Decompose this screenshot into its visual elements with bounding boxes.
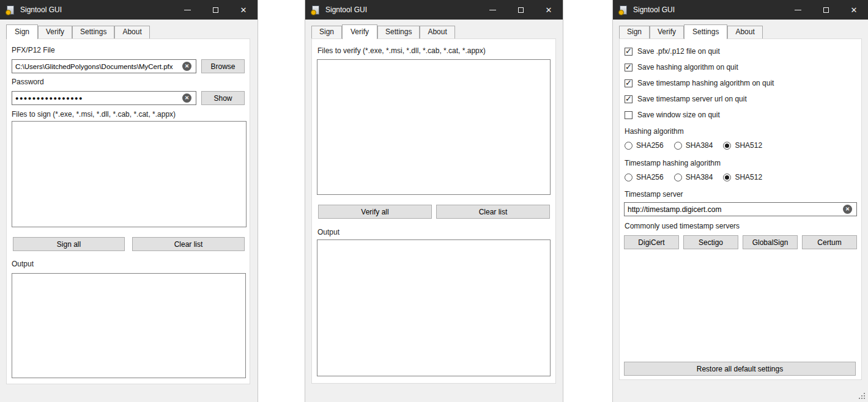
radio-circle[interactable] xyxy=(723,174,731,181)
pfx-file-label: PFX/P12 File xyxy=(12,46,55,54)
radio-ts-sha256[interactable]: SHA256 xyxy=(625,173,664,181)
files-to-verify-label: Files to verify (*.exe, *.msi, *.dll, *.… xyxy=(317,46,486,55)
digicert-button[interactable]: DigiCert xyxy=(624,235,679,249)
output-label: Output xyxy=(317,228,339,236)
radio-ts-sha384[interactable]: SHA384 xyxy=(674,173,713,181)
clear-pfx-icon[interactable]: ✕ xyxy=(182,62,191,71)
timestamp-hashing-radio-group: SHA256 SHA384 SHA512 xyxy=(625,172,762,182)
globalsign-button[interactable]: GlobalSign xyxy=(743,235,798,249)
maximize-button[interactable] xyxy=(812,0,840,20)
titlebar[interactable]: Signtool GUI ✕ xyxy=(0,0,258,20)
show-password-button[interactable]: Show xyxy=(201,91,245,105)
files-to-verify-listbox[interactable] xyxy=(317,59,551,195)
checkbox-save-hashing-on-quit[interactable]: Save hashing algorithm on quit xyxy=(625,62,738,72)
titlebar[interactable]: Signtool GUI ✕ xyxy=(613,0,868,20)
app-icon xyxy=(7,5,14,15)
minimize-button[interactable] xyxy=(784,0,812,20)
minimize-icon xyxy=(184,10,191,10)
hashing-algorithm-label: Hashing algorithm xyxy=(625,127,684,136)
clear-password-icon[interactable]: ✕ xyxy=(182,93,191,103)
verify-all-button[interactable]: Verify all xyxy=(318,205,432,219)
tab-settings[interactable]: Settings xyxy=(684,24,727,39)
checkbox-box[interactable] xyxy=(625,79,632,87)
password-label: Password xyxy=(12,78,44,86)
checkbox-label: Save hashing algorithm on quit xyxy=(637,63,738,71)
tab-page-sign: PFX/P12 File ✕ Browse Password ✕ Show Fi… xyxy=(6,38,250,384)
radio-circle[interactable] xyxy=(625,174,632,181)
radio-sha256[interactable]: SHA256 xyxy=(625,141,664,150)
radio-circle[interactable] xyxy=(674,142,682,150)
resize-grip[interactable] xyxy=(859,393,866,400)
window-settings: Signtool GUI ✕ Sign Verify Settings Abou… xyxy=(613,0,868,402)
restore-defaults-button[interactable]: Restore all default settings xyxy=(624,362,856,376)
maximize-icon xyxy=(823,7,829,13)
checkbox-box[interactable] xyxy=(625,48,632,56)
checkbox-save-ts-server-on-quit[interactable]: Save timestamp server url on quit xyxy=(625,94,747,104)
radio-sha512[interactable]: SHA512 xyxy=(723,141,762,150)
pfx-file-input[interactable] xyxy=(12,59,196,73)
browse-button[interactable]: Browse xyxy=(201,59,245,73)
close-button[interactable]: ✕ xyxy=(840,0,868,20)
close-button[interactable]: ✕ xyxy=(535,0,563,20)
sectigo-button[interactable]: Sectigo xyxy=(683,235,738,249)
minimize-icon xyxy=(489,10,496,10)
checkbox-label: Save .pfx/.p12 file on quit xyxy=(637,47,720,56)
close-icon: ✕ xyxy=(546,6,552,14)
tab-verify[interactable]: Verify xyxy=(650,26,684,38)
tab-about[interactable]: About xyxy=(420,26,454,38)
minimize-button[interactable] xyxy=(173,0,201,20)
tab-page-settings: Save .pfx/.p12 file on quit Save hashing… xyxy=(619,38,862,380)
clear-list-button[interactable]: Clear list xyxy=(436,205,550,219)
maximize-button[interactable] xyxy=(506,0,535,20)
window-title: Signtool GUI xyxy=(325,5,367,14)
clear-timestamp-server-icon[interactable]: ✕ xyxy=(843,205,852,214)
checkbox-box[interactable] xyxy=(625,64,632,71)
maximize-button[interactable] xyxy=(201,0,229,20)
checkbox-label: Save window size on quit xyxy=(637,111,720,119)
password-input[interactable] xyxy=(12,91,196,105)
app-icon xyxy=(312,5,319,15)
certum-button[interactable]: Certum xyxy=(802,235,857,249)
radio-circle[interactable] xyxy=(625,142,632,150)
app-icon xyxy=(620,5,627,15)
close-button[interactable]: ✕ xyxy=(229,0,258,20)
radio-ts-sha512[interactable]: SHA512 xyxy=(723,173,762,181)
tab-sign[interactable]: Sign xyxy=(311,26,342,38)
maximize-icon xyxy=(518,7,524,13)
tab-sign[interactable]: Sign xyxy=(6,24,38,39)
output-textarea[interactable] xyxy=(317,239,551,376)
tab-settings[interactable]: Settings xyxy=(377,26,420,38)
timestamp-server-input[interactable] xyxy=(624,202,857,216)
checkbox-box[interactable] xyxy=(625,111,632,119)
radio-circle[interactable] xyxy=(723,142,731,150)
checkbox-save-pfx-on-quit[interactable]: Save .pfx/.p12 file on quit xyxy=(625,46,720,56)
window-title: Signtool GUI xyxy=(20,5,62,14)
timestamp-hashing-algorithm-label: Timestamp hashing algorithm xyxy=(625,159,721,167)
close-icon: ✕ xyxy=(851,6,858,14)
output-textarea[interactable] xyxy=(12,273,246,378)
output-label: Output xyxy=(12,260,34,268)
minimize-button[interactable] xyxy=(478,0,506,20)
files-to-sign-label: Files to sign (*.exe, *.msi, *.dll, *.ca… xyxy=(12,110,176,119)
tab-verify[interactable]: Verify xyxy=(342,24,377,39)
window-sign: Signtool GUI ✕ Sign Verify Settings Abou… xyxy=(0,0,258,402)
tab-verify[interactable]: Verify xyxy=(38,26,72,38)
tab-about[interactable]: About xyxy=(114,26,149,38)
radio-sha384[interactable]: SHA384 xyxy=(674,141,713,150)
tab-settings[interactable]: Settings xyxy=(72,26,114,38)
checkbox-save-window-size-on-quit[interactable]: Save window size on quit xyxy=(625,110,720,120)
tab-strip: Sign Verify Settings About xyxy=(311,25,557,38)
radio-circle[interactable] xyxy=(674,174,682,181)
checkbox-label: Save timestamp hashing algorithm on quit xyxy=(637,79,774,87)
tab-about[interactable]: About xyxy=(727,26,762,38)
caption-buttons: ✕ xyxy=(173,0,258,20)
sign-all-button[interactable]: Sign all xyxy=(13,237,125,251)
clear-list-button[interactable]: Clear list xyxy=(132,237,245,251)
checkbox-box[interactable] xyxy=(625,95,632,103)
hashing-algorithm-radio-group: SHA256 SHA384 SHA512 xyxy=(625,141,762,150)
tab-strip: Sign Verify Settings About xyxy=(6,25,251,38)
titlebar[interactable]: Signtool GUI ✕ xyxy=(305,0,563,20)
files-to-sign-listbox[interactable] xyxy=(12,121,247,227)
checkbox-save-ts-hashing-on-quit[interactable]: Save timestamp hashing algorithm on quit xyxy=(625,78,774,88)
tab-sign[interactable]: Sign xyxy=(619,26,650,38)
